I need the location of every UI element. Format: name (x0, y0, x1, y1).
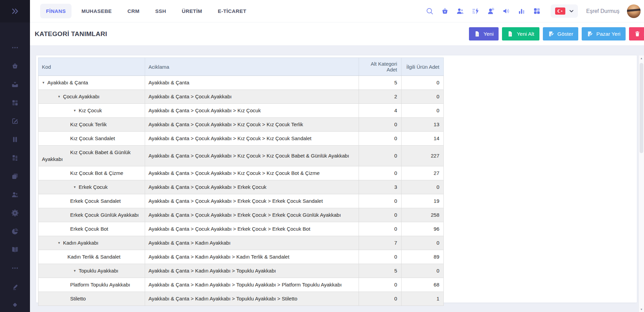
sidebar-item-more[interactable] (11, 44, 19, 52)
kod-cell: ▼Kız Çocuk (38, 104, 145, 118)
sidebar-item-columns[interactable] (11, 135, 19, 144)
alt-kategori-adet-cell: 0 (359, 132, 402, 146)
column-header-alt-kategori-adet[interactable]: Alt Kategori Adet (359, 58, 402, 76)
users-button[interactable] (456, 6, 465, 16)
add-user-button[interactable] (486, 6, 496, 16)
marker-icon (11, 282, 19, 291)
sidebar-item-users[interactable] (11, 191, 19, 199)
app-window: FİNANSMUHASEBECRMSSHÜRETİME-TİCARET Eşre… (0, 0, 644, 312)
kod-cell: ▼Ayakkabı & Çanta (38, 76, 145, 90)
user-avatar[interactable] (627, 4, 641, 18)
collapse-caret-icon[interactable]: ▼ (50, 93, 61, 100)
alt-kategori-adet-cell: 0 (359, 278, 402, 292)
book-icon (11, 246, 19, 254)
aciklama-cell: Ayakkabı & Çanta > Kadın Ayakkabı > Topu… (145, 292, 359, 306)
aciklama-cell: Ayakkabı & Çanta > Kadın Ayakkabı > Topu… (145, 278, 359, 292)
tab-reti-m[interactable]: ÜRETİM (176, 4, 208, 18)
button-label: Yeni (484, 31, 494, 37)
button-label: Yeni Alt (517, 31, 534, 37)
collapse-caret-icon[interactable]: ▼ (42, 79, 45, 86)
sidebar-item-grid[interactable] (11, 99, 19, 107)
table-row[interactable]: StilettoAyakkabı & Çanta > Kadın Ayakkab… (38, 292, 444, 306)
scroll-up-button[interactable]: ▲ (639, 55, 644, 61)
quick-actions-button[interactable] (471, 6, 480, 16)
table-row[interactable]: Erkek Çocuk BotAyakkabı & Çanta > Çocuk … (38, 222, 444, 236)
topbar: FİNANSMUHASEBECRMSSHÜRETİME-TİCARET Eşre… (30, 0, 644, 22)
kod-cell: Kız Çocuk Sandalet (38, 132, 145, 146)
collapse-caret-icon[interactable]: ▼ (50, 240, 61, 246)
collapse-caret-icon[interactable]: ▼ (58, 107, 76, 114)
apps-icon (533, 7, 541, 15)
pazar-yeri-button[interactable]: Pazar Yeri (582, 27, 626, 40)
announcements-icon (502, 7, 511, 15)
yeni-button[interactable]: Yeni (469, 27, 499, 40)
table-row[interactable]: ▼Erkek ÇocukAyakkabı & Çanta > Çocuk Aya… (38, 180, 444, 194)
scroll-down-button[interactable]: ▼ (639, 307, 644, 312)
sidebar-item-layers[interactable] (11, 172, 19, 180)
sidebar-item-marker[interactable] (11, 282, 19, 291)
kod-cell: Kız Çocuk Babet & Günlük Ayakkabı (38, 146, 145, 166)
announcements-button[interactable] (502, 6, 511, 16)
basket-icon (441, 7, 449, 15)
tab-muhasebe[interactable]: MUHASEBE (76, 4, 117, 18)
sidebar-item-more[interactable] (11, 264, 19, 272)
topbar-icons (422, 6, 545, 16)
action-buttons: YeniYeni AltGösterPazar YeriSil (469, 27, 644, 40)
alt-kategori-adet-cell: 0 (359, 194, 402, 208)
basket-button[interactable] (440, 6, 450, 16)
sidebar-item-book[interactable] (11, 246, 19, 254)
column-header-kod[interactable]: Kod (38, 58, 145, 76)
statistics-button[interactable] (517, 6, 526, 16)
table-row[interactable]: Platform Topuklu AyakkabıAyakkabı & Çant… (38, 278, 444, 292)
sil-button[interactable]: Sil (629, 27, 644, 40)
sidebar-item-diamond[interactable] (11, 301, 19, 309)
table-row[interactable]: Kız Çocuk SandaletAyakkabı & Çanta > Çoc… (38, 132, 444, 146)
table-row[interactable]: ▼Ayakkabı & ÇantaAyakkabı & Çanta50 (38, 76, 444, 90)
sidebar-item-edit[interactable] (11, 117, 19, 125)
alt-kategori-adet-cell: 7 (359, 236, 402, 250)
users-icon (456, 7, 465, 15)
search-button[interactable] (425, 6, 434, 16)
kod-cell: Kadın Terlik & Sandalet (38, 250, 145, 264)
tab-crm[interactable]: CRM (122, 4, 145, 18)
language-selector[interactable] (551, 4, 578, 18)
collapse-caret-icon[interactable]: ▼ (58, 184, 76, 191)
table-row[interactable]: ▼Topuklu AyakkabıAyakkabı & Çanta > Kadı… (38, 264, 444, 278)
table-row[interactable]: Kız Çocuk TerlikAyakkabı & Çanta > Çocuk… (38, 118, 444, 132)
collapse-caret-icon[interactable]: ▼ (58, 267, 76, 274)
table-row[interactable]: Kız Çocuk Babet & Günlük AyakkabıAyakkab… (38, 146, 444, 166)
pie-chart-icon (11, 227, 19, 235)
sidebar (0, 0, 30, 312)
kod-cell: Kız Çocuk Terlik (38, 118, 145, 132)
tab-ssh[interactable]: SSH (150, 4, 172, 18)
table-row[interactable]: ▼Kız ÇocukAyakkabı & Çanta > Çocuk Ayakk… (38, 104, 444, 118)
sidebar-item-pie-chart[interactable] (11, 227, 19, 235)
apps-button[interactable] (532, 6, 541, 16)
tab-e-ti-caret[interactable]: E-TİCARET (212, 4, 252, 18)
sidebar-item-settings[interactable] (11, 209, 19, 217)
sidebar-expand-button[interactable] (0, 0, 30, 22)
sidebar-item-layout[interactable] (11, 154, 19, 162)
column-header-i-lgili-r-n-adet[interactable]: İlgili Ürün Adet (402, 58, 444, 76)
table-row[interactable]: Erkek Çocuk Günlük AyakkabıAyakkabı & Ça… (38, 208, 444, 222)
sidebar-item-inbox-archive[interactable] (11, 80, 19, 88)
kod-cell: Stiletto (38, 292, 145, 306)
column-header-aciklama[interactable]: Aciklama (145, 58, 359, 76)
table-row[interactable]: ▼Kadın AyakkabıAyakkabı & Çanta > Kadın … (38, 236, 444, 250)
ilgili-urun-adet-cell: 89 (402, 250, 444, 264)
g-ster-button[interactable]: Göster (543, 27, 579, 40)
table-row[interactable]: ▼Çocuk AyakkabıAyakkabı & Çanta > Çocuk … (38, 90, 444, 104)
table-row[interactable]: Kız Çocuk Bot & ÇizmeAyakkabı & Çanta > … (38, 166, 444, 180)
alt-kategori-adet-cell: 5 (359, 76, 402, 90)
file-icon (507, 31, 514, 37)
scrollbar-thumb[interactable] (640, 63, 643, 153)
ilgili-urun-adet-cell: 1 (402, 292, 444, 306)
alt-kategori-adet-cell: 2 (359, 90, 402, 104)
aciklama-cell: Ayakkabı & Çanta > Çocuk Ayakkabı > Kız … (145, 104, 359, 118)
table-row[interactable]: Kadın Terlik & SandaletAyakkabı & Çanta … (38, 250, 444, 264)
table-row[interactable]: Erkek Çocuk SandaletAyakkabı & Çanta > Ç… (38, 194, 444, 208)
yeni-alt-button[interactable]: Yeni Alt (502, 27, 539, 40)
vertical-scrollbar[interactable]: ▲ ▼ (639, 55, 644, 312)
tab-fi-nans[interactable]: FİNANS (40, 4, 72, 18)
sidebar-item-basket[interactable] (11, 62, 19, 70)
